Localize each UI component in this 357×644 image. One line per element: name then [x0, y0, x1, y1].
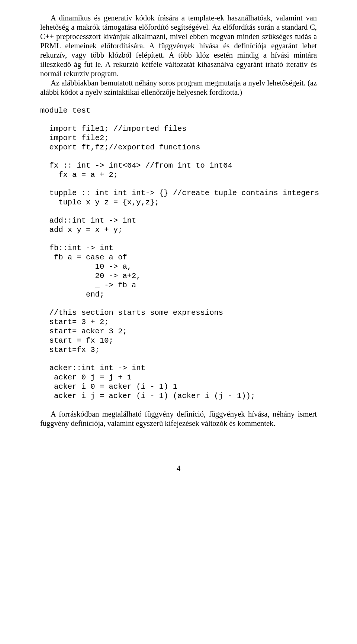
code-block: tupple :: int int int-> {} //create tupl…: [40, 188, 317, 207]
code-block: //this section starts some expressions s…: [40, 308, 317, 355]
code-block: import file1; //imported files import fi…: [40, 124, 317, 152]
paragraph: A dinamikus és generatív kódok írására a…: [40, 13, 317, 78]
code-block: fx :: int -> int<64> //from int to int64…: [40, 161, 317, 179]
page-number: 4: [40, 464, 317, 473]
code-block: acker::int int -> int acker 0 j = j + 1 …: [40, 363, 317, 401]
code-block: add::int int -> int add x y = x + y;: [40, 216, 317, 234]
code-block: fb::int -> int fb a = case a of 10 -> a,…: [40, 243, 317, 299]
paragraph: A forráskódban megtalálható függvény def…: [40, 410, 317, 428]
code-block: module test: [40, 106, 317, 115]
paragraph: Az alábbiakban bemutatott néhány soros p…: [40, 78, 317, 97]
document-page: A dinamikus és generatív kódok írására a…: [0, 0, 357, 644]
